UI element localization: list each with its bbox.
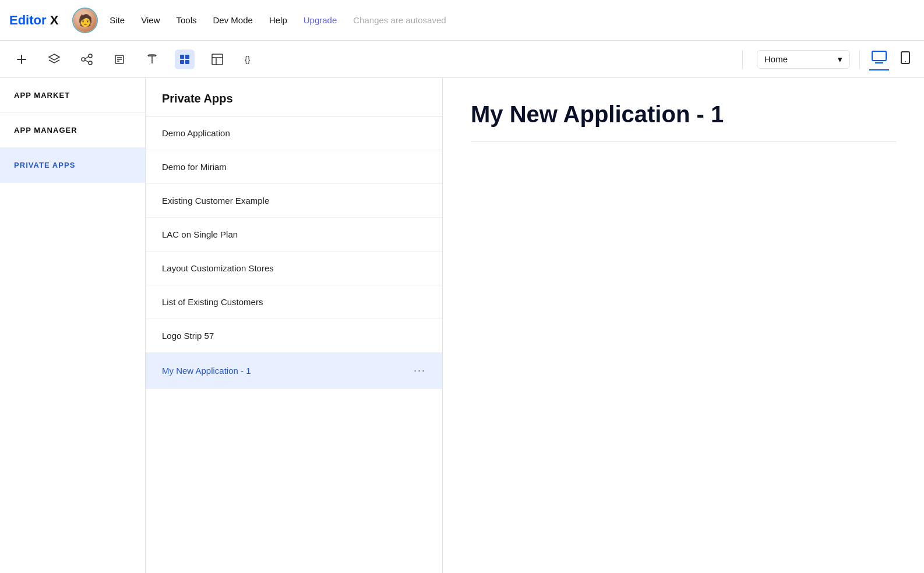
page-selector[interactable]: Home ▾: [757, 50, 850, 69]
nav-links: Site View Tools Dev Mode Help Upgrade Ch…: [110, 15, 915, 25]
nav-view[interactable]: View: [141, 15, 160, 25]
top-nav: Editor X 🧑 Site View Tools Dev Mode Help…: [0, 0, 924, 41]
list-item[interactable]: Logo Strip 57: [146, 319, 442, 353]
left-sidebar: APP MARKET APP MANAGER PRIVATE APPS: [0, 78, 146, 573]
avatar-image: 🧑: [73, 9, 97, 32]
app-name: My New Application - 1: [162, 366, 251, 376]
svg-line-7: [85, 60, 89, 62]
svg-point-4: [89, 54, 92, 58]
apps-tool[interactable]: [175, 49, 195, 69]
nav-tools[interactable]: Tools: [176, 15, 196, 25]
svg-rect-14: [180, 55, 184, 59]
app-name: Existing Customer Example: [162, 196, 269, 206]
logo: Editor X: [9, 13, 58, 28]
connect-tool[interactable]: [77, 49, 97, 69]
text-tool[interactable]: [142, 49, 162, 69]
app-name: Logo Strip 57: [162, 331, 214, 341]
desktop-view-button[interactable]: [869, 48, 889, 70]
svg-text:{}: {}: [245, 55, 251, 64]
list-item[interactable]: Layout Customization Stores: [146, 252, 442, 285]
list-item[interactable]: List of Existing Customers: [146, 285, 442, 319]
app-name: List of Existing Customers: [162, 297, 263, 307]
nav-site[interactable]: Site: [110, 15, 125, 25]
app-name: Demo Application: [162, 128, 230, 138]
svg-line-6: [85, 56, 89, 59]
app-name: LAC on Single Plan: [162, 229, 238, 239]
svg-rect-18: [212, 54, 223, 65]
code-tool[interactable]: {}: [240, 49, 260, 69]
list-item[interactable]: Demo Application: [146, 116, 442, 150]
svg-point-3: [82, 58, 85, 61]
nav-help[interactable]: Help: [269, 15, 287, 25]
toolbar-right: Home ▾: [757, 48, 912, 70]
nav-devmode[interactable]: Dev Mode: [213, 15, 253, 25]
content-area: My New Application - 1: [443, 78, 924, 573]
svg-point-26: [905, 61, 906, 62]
content-title: My New Application - 1: [471, 101, 896, 128]
svg-rect-17: [185, 60, 189, 64]
apps-panel: Private Apps Demo Application Demo for M…: [146, 78, 443, 573]
svg-rect-15: [185, 55, 189, 59]
sidebar-item-app-market[interactable]: APP MARKET: [0, 78, 145, 113]
svg-marker-2: [49, 54, 59, 60]
svg-rect-16: [180, 60, 184, 64]
toolbar-divider-2: [859, 50, 860, 69]
more-options-icon[interactable]: ···: [414, 365, 426, 377]
pages-tool[interactable]: [110, 49, 129, 69]
toolbar-divider: [742, 50, 743, 69]
apps-panel-title: Private Apps: [146, 78, 442, 116]
list-item[interactable]: Existing Customer Example: [146, 184, 442, 218]
sidebar-item-private-apps[interactable]: PRIVATE APPS: [0, 148, 145, 183]
toolbar: {} Home ▾: [0, 41, 924, 78]
app-name: Demo for Miriam: [162, 162, 227, 172]
nav-autosave: Changes are autosaved: [353, 15, 446, 25]
app-name: Layout Customization Stores: [162, 263, 274, 273]
chevron-down-icon: ▾: [838, 54, 842, 65]
avatar[interactable]: 🧑: [72, 8, 98, 33]
table-tool[interactable]: [207, 49, 227, 69]
layers-tool[interactable]: [44, 49, 64, 69]
toolbar-tools: {}: [12, 49, 728, 69]
list-item-selected[interactable]: My New Application - 1 ···: [146, 353, 442, 389]
sidebar-item-app-manager[interactable]: APP MANAGER: [0, 113, 145, 148]
add-tool[interactable]: [12, 49, 31, 69]
content-divider: [471, 142, 896, 142]
svg-point-5: [89, 61, 92, 65]
nav-upgrade[interactable]: Upgrade: [304, 15, 337, 25]
svg-rect-22: [872, 51, 886, 61]
mobile-view-button[interactable]: [898, 49, 912, 70]
page-label: Home: [764, 54, 788, 64]
main-layout: APP MARKET APP MANAGER PRIVATE APPS Priv…: [0, 78, 924, 573]
list-item[interactable]: LAC on Single Plan: [146, 218, 442, 252]
list-item[interactable]: Demo for Miriam: [146, 150, 442, 184]
